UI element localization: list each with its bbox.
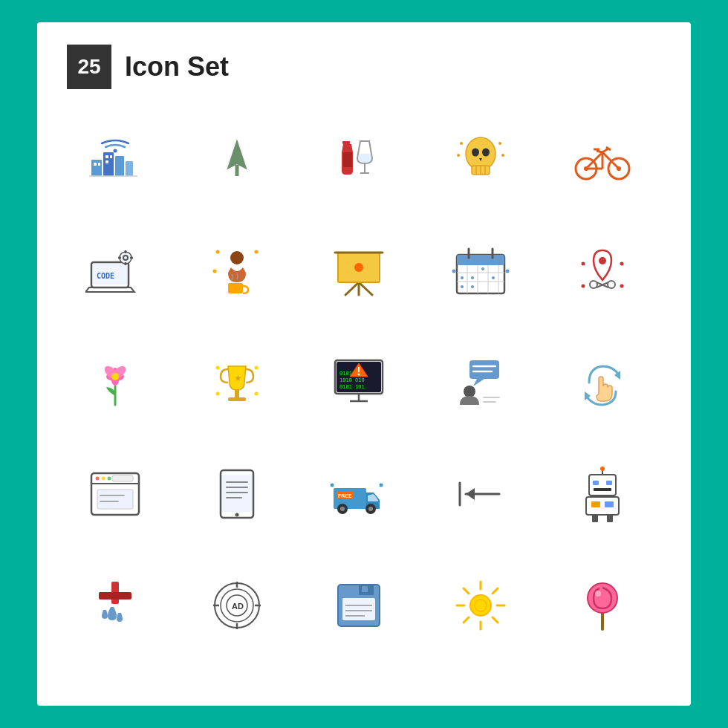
svg-point-81: [608, 281, 615, 288]
svg-point-26: [498, 142, 501, 145]
svg-rect-8: [105, 160, 108, 163]
icon-robot: [554, 446, 651, 542]
svg-line-183: [464, 617, 469, 623]
icon-bicycle: [554, 111, 651, 208]
svg-rect-14: [342, 141, 350, 144]
svg-rect-95: [228, 397, 246, 401]
icon-binary-warning: 0101 101 1010 010 0101 101: [311, 334, 407, 431]
icon-coffee-break: [189, 223, 285, 319]
svg-rect-3: [126, 161, 133, 176]
svg-point-78: [506, 270, 510, 273]
svg-point-72: [471, 276, 474, 279]
svg-rect-46: [125, 250, 127, 253]
svg-point-84: [582, 262, 585, 266]
svg-point-143: [331, 484, 334, 487]
svg-point-28: [501, 154, 504, 157]
icon-sun: [432, 557, 529, 654]
svg-rect-15: [343, 152, 352, 167]
svg-rect-160: [99, 592, 131, 599]
number-badge: 25: [67, 45, 111, 89]
svg-rect-158: [607, 515, 613, 522]
svg-rect-6: [105, 155, 108, 158]
svg-point-124: [108, 477, 111, 481]
svg-point-189: [595, 591, 601, 597]
svg-rect-151: [593, 481, 599, 485]
svg-rect-126: [97, 490, 133, 509]
svg-point-79: [599, 257, 606, 264]
svg-point-98: [255, 366, 259, 370]
svg-point-87: [620, 285, 624, 288]
svg-rect-47: [125, 262, 127, 265]
svg-rect-0: [91, 160, 102, 176]
svg-rect-175: [362, 586, 368, 592]
svg-line-34: [602, 152, 619, 169]
svg-rect-153: [594, 488, 611, 491]
icon-ad-target: AD: [189, 557, 285, 654]
svg-text:★: ★: [234, 373, 242, 383]
icon-city-wifi: [67, 111, 163, 208]
icon-arrow-left: [432, 446, 529, 542]
svg-line-55: [345, 282, 359, 295]
icon-gesture-refresh: [554, 334, 651, 431]
icon-trophy: ★: [189, 334, 285, 431]
svg-point-85: [620, 262, 624, 266]
page-title: Icon Set: [125, 51, 229, 82]
svg-point-131: [235, 513, 239, 517]
svg-rect-62: [457, 255, 504, 265]
svg-point-97: [216, 366, 220, 370]
icon-flower: [67, 334, 163, 431]
svg-point-150: [600, 467, 605, 471]
svg-point-75: [461, 285, 464, 288]
icon-wine: [311, 111, 407, 208]
svg-point-25: [460, 142, 463, 145]
icon-free-delivery: FREE: [311, 446, 407, 542]
svg-rect-49: [130, 257, 133, 259]
svg-rect-170: [342, 598, 375, 620]
svg-point-123: [102, 477, 105, 481]
svg-point-144: [380, 484, 383, 487]
svg-marker-146: [466, 488, 475, 500]
svg-text:FREE: FREE: [338, 493, 352, 498]
icon-arrow-pointer: [189, 111, 285, 208]
svg-rect-157: [592, 515, 598, 522]
icon-presentation: [311, 223, 407, 319]
svg-line-182: [493, 588, 498, 594]
svg-line-39: [597, 151, 602, 152]
icon-code-settings: CODE: [67, 223, 163, 319]
svg-text:0101 101: 0101 101: [339, 384, 365, 390]
header: 25 Icon Set: [67, 45, 661, 89]
svg-rect-152: [606, 481, 612, 485]
icon-location-scissors: [554, 223, 651, 319]
svg-point-23: [472, 149, 479, 157]
svg-rect-155: [591, 501, 600, 507]
svg-point-99: [216, 392, 220, 396]
svg-text:CODE: CODE: [97, 272, 114, 280]
svg-marker-112: [473, 379, 484, 386]
svg-point-27: [457, 154, 460, 157]
svg-rect-94: [235, 390, 239, 397]
svg-rect-2: [115, 156, 124, 176]
svg-point-76: [471, 285, 474, 288]
icon-floppy-disk: [311, 557, 407, 654]
svg-rect-154: [586, 497, 619, 515]
icons-grid: CODE: [67, 111, 661, 654]
svg-point-138: [340, 507, 345, 511]
svg-point-122: [96, 477, 100, 481]
svg-point-86: [582, 285, 585, 288]
main-card: 25 Icon Set: [37, 22, 691, 706]
svg-point-54: [213, 270, 217, 273]
svg-point-74: [492, 276, 495, 279]
svg-rect-156: [605, 501, 614, 507]
svg-point-44: [120, 252, 131, 264]
svg-point-71: [461, 276, 464, 279]
svg-rect-125: [112, 475, 133, 481]
svg-rect-148: [589, 475, 616, 495]
svg-rect-5: [98, 163, 100, 166]
svg-rect-7: [110, 155, 112, 158]
svg-point-24: [482, 149, 490, 157]
svg-point-140: [368, 507, 373, 511]
svg-point-110: [358, 374, 360, 376]
svg-point-115: [464, 386, 475, 397]
svg-point-9: [114, 149, 117, 153]
svg-line-181: [493, 617, 498, 623]
